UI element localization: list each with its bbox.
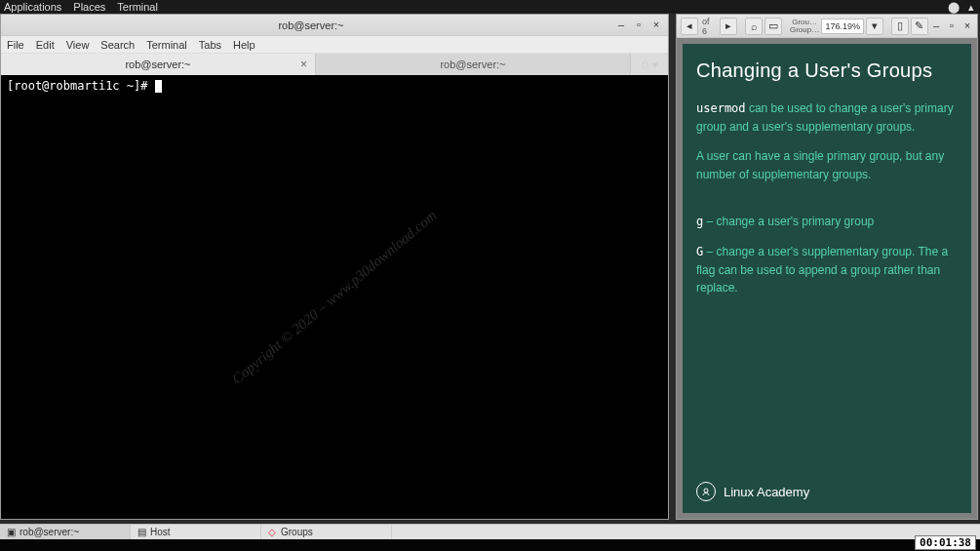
menu-edit[interactable]: Edit [36,39,55,51]
slide-paragraph-2: A user can have a single primary group, … [696,147,958,183]
slide-footer: Linux Academy [696,474,958,501]
chevron-down-icon: ▾ [652,59,658,71]
minimize-button[interactable]: – [615,20,627,31]
cursor [155,80,162,93]
properties-button[interactable]: ▯ [891,18,909,35]
prompt-text: [root@robmarti1c ~]# [7,79,155,93]
slide-paragraph-3: g – change a user's primary group [696,213,958,231]
menu-help[interactable]: Help [233,39,255,51]
zoom-dropdown[interactable]: ▾ [866,18,883,35]
places-menu[interactable]: Places [73,1,105,13]
slide-paragraph-4: G – change a user's supplementary group.… [696,243,958,297]
close-icon[interactable]: × [300,58,307,71]
pdf-minimize-button[interactable]: – [930,20,942,32]
taskbar-item-groups[interactable]: ◇ Groups [261,525,392,539]
maximize-button[interactable]: ▫ [633,20,645,31]
video-control-strip [0,539,980,551]
applications-menu[interactable]: Applications [4,1,61,13]
zoom-out-button[interactable]: ▭ [764,18,782,35]
menu-view[interactable]: View [66,39,90,51]
terminal-icon: ▣ [6,528,16,537]
terminal-launcher[interactable]: Terminal [117,1,158,13]
host-icon: ▤ [137,528,146,537]
menu-tabs[interactable]: Tabs [199,39,221,51]
pdf-body[interactable]: Changing a User's Groups usermod can be … [677,38,977,519]
pdf-close-button[interactable]: × [961,20,973,32]
tray-icon-1[interactable]: ⬤ [949,2,959,12]
watermark-text: Copyright © 2020 – www.p30download.com [229,207,440,387]
prompt-line: [root@robmarti1c ~]# [7,79,662,93]
brand-name: Linux Academy [724,485,809,499]
slide-paragraph-1: usermod can be used to change a user's p… [696,99,958,136]
terminal-window: rob@server:~ – ▫ × File Edit View Search… [0,14,669,520]
slide-title: Changing a User's Groups [696,59,958,82]
terminal-tab-2[interactable]: rob@server:~ [316,54,631,75]
taskbar-item-label: rob@server:~ [20,527,79,537]
pdf-toolbar: ◂ of 6 ▸ ⌕ ▭ Grou… Group… 176.19% ▾ ▯ ✎ … [677,15,977,38]
terminal-title: rob@server:~ [7,20,615,31]
pdf-icon: ◇ [267,528,277,537]
nav-next-button[interactable]: ▸ [720,18,737,35]
document-label: Grou… Group… [790,19,819,34]
search-icon: ⌕ [751,20,758,32]
menu-terminal[interactable]: Terminal [146,39,187,51]
taskbar-item-host[interactable]: ▤ Host [131,525,261,539]
menu-search[interactable]: Search [100,39,135,51]
new-tab-button[interactable]: ⎙ ▾ [631,54,668,75]
pdf-maximize-button[interactable]: ▫ [946,20,958,32]
close-button[interactable]: × [650,20,662,31]
terminal-tab-2-label: rob@server:~ [440,59,505,70]
linux-academy-logo-icon [696,482,716,501]
printer-icon: ⎙ [642,59,648,70]
taskbar-item-label: Groups [281,527,313,537]
video-timer: 00:01:38 [915,535,976,550]
terminal-menubar: File Edit View Search Terminal Tabs Help [1,36,668,54]
slide: Changing a User's Groups usermod can be … [683,44,971,513]
pdf-viewer-window: ◂ of 6 ▸ ⌕ ▭ Grou… Group… 176.19% ▾ ▯ ✎ … [676,14,978,520]
terminal-tab-1-label: rob@server:~ [125,59,190,70]
terminal-titlebar[interactable]: rob@server:~ – ▫ × [1,15,668,36]
menu-file[interactable]: File [7,39,24,51]
tray-icon-2[interactable]: ▴ [966,2,976,12]
svg-point-0 [704,489,708,492]
terminal-body[interactable]: [root@robmarti1c ~]# Copyright © 2020 – … [1,75,668,519]
gnome-top-panel: Applications Places Terminal ⬤ ▴ [0,0,980,14]
page-indicator: of 6 [700,17,718,36]
nav-first-button[interactable]: ◂ [681,18,698,35]
terminal-tabstrip: rob@server:~ × rob@server:~ ⎙ ▾ [1,54,668,75]
zoom-fit-button[interactable]: ⌕ [745,18,763,35]
zoom-field[interactable]: 176.19% [821,19,864,34]
taskbar-item-terminal[interactable]: ▣ rob@server:~ [0,525,131,539]
bottom-taskbar: ▣ rob@server:~ ▤ Host ◇ Groups [0,524,980,539]
desktop-area: rob@server:~ – ▫ × File Edit View Search… [0,14,980,524]
taskbar-item-label: Host [150,527,171,537]
terminal-tab-1[interactable]: rob@server:~ × [1,54,316,75]
edit-button[interactable]: ✎ [911,18,928,35]
